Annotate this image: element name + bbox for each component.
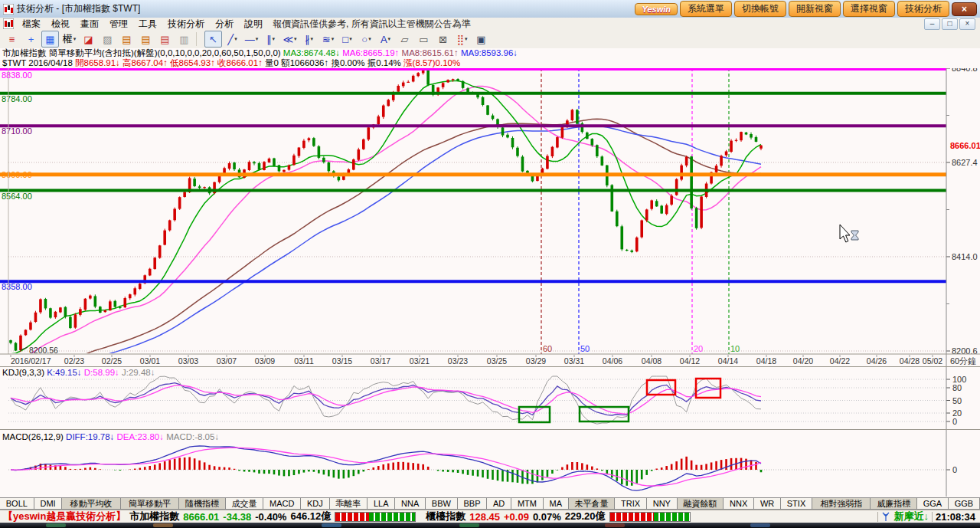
taskbar-blob	[459, 523, 479, 527]
tab-簡單移動平[interactable]: 簡單移動平	[121, 498, 179, 509]
tab-GGA[interactable]: GGA	[917, 498, 949, 509]
indicator-tab-bar: BOLLDMI移動平均收簡單移動平隨機指標成交量MACDKDJ乖離率LLANNA…	[0, 497, 980, 510]
candle	[382, 106, 385, 117]
tab-相對強弱指[interactable]: 相對強弱指	[812, 498, 871, 509]
flip-page-icon[interactable]: ▱	[396, 31, 413, 48]
tab-DMI[interactable]: DMI	[34, 498, 63, 509]
candle	[616, 212, 619, 226]
title-button-0[interactable]: 系統選單	[680, 1, 732, 17]
candle	[104, 310, 107, 312]
palette-icon[interactable]: ⣿▾	[453, 31, 471, 48]
candle	[715, 166, 718, 172]
tab-WR[interactable]: WR	[754, 498, 781, 509]
brand-label: 【yeswin越是贏技術分析】	[3, 510, 126, 523]
tab-AD[interactable]: AD	[487, 498, 511, 509]
tab-融資餘額[interactable]: 融資餘額	[678, 498, 724, 509]
tab-NNX[interactable]: NNX	[724, 498, 754, 509]
tab-NNA[interactable]: NNA	[395, 498, 426, 509]
tab-成交量[interactable]: 成交量	[226, 498, 264, 509]
tab-NNY[interactable]: NNY	[647, 498, 678, 509]
hline-price-label: 8600.00	[2, 170, 32, 179]
title-button-4[interactable]: 技術分析	[897, 1, 949, 17]
wave-tool-icon-arrow: ▾	[332, 36, 335, 42]
tab-BOLL[interactable]: BOLL	[0, 498, 34, 509]
tab-MTM[interactable]: MTM	[511, 498, 544, 509]
tab-未平倉量[interactable]: 未平倉量	[569, 498, 616, 509]
taskbar-sliver[interactable]	[0, 523, 980, 528]
red-green-chart-icon-glyph: ◪	[83, 34, 93, 45]
mini-icon-bar	[11, 20, 13, 27]
taskbar-blob	[46, 523, 66, 527]
candle	[133, 288, 136, 294]
menu-item-說明[interactable]: 說明	[239, 18, 268, 31]
hline-price-label: 8358.00	[2, 282, 32, 291]
chart-thumb-3-icon[interactable]: ▤	[156, 31, 174, 48]
ellipse-tool-icon[interactable]: ○▾	[358, 31, 375, 48]
eraser-icon[interactable]: ▭	[415, 31, 433, 48]
title-button-3[interactable]: 選擇視窗	[843, 1, 895, 17]
vline-tool-icon[interactable]: ∥▾	[262, 31, 279, 48]
hline-tool-icon[interactable]: ―▾	[243, 31, 260, 48]
tab-乖離率[interactable]: 乖離率	[330, 498, 368, 509]
tab-MACD[interactable]: MACD	[263, 498, 301, 509]
tab-移動平均收[interactable]: 移動平均收	[62, 498, 120, 509]
menu-item-檢視[interactable]: 檢視	[46, 18, 75, 31]
tab-隨機指標[interactable]: 隨機指標	[179, 498, 226, 509]
chart-thumb-2-icon[interactable]: ▤	[137, 31, 155, 48]
rights-restore-dropdown[interactable]: 權▾	[60, 31, 78, 48]
kdj-axis-label: 0	[952, 417, 957, 426]
macd-header: MACD(26,12,9) DIFF:19.78↓ DEA:23.80↓ MAC…	[0, 432, 538, 442]
main-price-chart[interactable]: 8840.88627.48414.08200.6605020108838.008…	[0, 68, 980, 367]
panel-layout-icon[interactable]: ≡	[3, 31, 21, 48]
rect-tool-icon-glyph: □	[342, 34, 348, 45]
title-button-1[interactable]: 切換帳號	[734, 1, 786, 17]
fan-tool-icon[interactable]: ≪▾	[281, 31, 299, 48]
tab-TRIX[interactable]: TRIX	[615, 498, 647, 509]
twse-price: 8666.01	[183, 511, 219, 523]
chart-thumb-1-icon[interactable]: ▤	[118, 31, 136, 48]
candle	[730, 141, 733, 152]
title-button-2[interactable]: 開新視窗	[789, 1, 841, 17]
pointer-tool-icon[interactable]: ↖	[204, 31, 222, 48]
menu-item-技術分析[interactable]: 技術分析	[162, 18, 210, 31]
candle	[640, 221, 643, 238]
text-tool-icon[interactable]: A▾	[377, 31, 394, 48]
crosshair-icon[interactable]: +	[22, 31, 40, 48]
date-label: 03/03	[178, 356, 198, 366]
tab-MA[interactable]: MA	[544, 498, 569, 509]
date-label: 04/12	[680, 356, 700, 366]
minimize-button[interactable]: –	[924, 18, 940, 30]
wave-tool-icon[interactable]: ≋▾	[319, 31, 337, 48]
gray-chart-icon[interactable]: ▨	[99, 31, 116, 48]
red-green-chart-icon[interactable]: ◪	[80, 31, 97, 48]
rect-tool-icon[interactable]: □▾	[338, 31, 356, 48]
chart-window-icon[interactable]: ▦	[41, 31, 59, 48]
tab-BBP[interactable]: BBP	[458, 498, 488, 509]
text-tool-icon-glyph: A	[381, 34, 387, 45]
close-button[interactable]: ×	[952, 2, 977, 16]
tab-KDJ[interactable]: KDJ	[301, 498, 329, 509]
channel-tool-icon[interactable]: ∦▾	[300, 31, 318, 48]
cursor-hourglass	[851, 231, 858, 240]
yeswin-logo[interactable]: Yeswin	[635, 3, 678, 15]
save-icon[interactable]: ▣	[472, 31, 490, 48]
tab-BBW[interactable]: BBW	[426, 498, 458, 509]
candle	[620, 226, 623, 249]
date-label: 03/01	[140, 356, 160, 366]
menu-item-畫面[interactable]: 畫面	[75, 18, 104, 31]
restore-button[interactable]: □	[942, 18, 958, 30]
line-tool-icon[interactable]: ╱▾	[224, 31, 241, 48]
clear-all-icon[interactable]: ⊠	[434, 31, 452, 48]
menu-item-管理[interactable]: 管理	[104, 18, 133, 31]
close-doc-button[interactable]: ×	[959, 18, 975, 30]
taskbar-blob	[750, 523, 770, 527]
tab-LLA[interactable]: LLA	[368, 498, 395, 509]
tab-GGB[interactable]: GGB	[949, 498, 980, 509]
menu-item-工具[interactable]: 工具	[133, 18, 162, 31]
tab-STIX[interactable]: STIX	[781, 498, 812, 509]
menu-item-檔案[interactable]: 檔案	[17, 18, 46, 31]
tab-威廉指標[interactable]: 威廉指標	[871, 498, 917, 509]
menu-item-分析[interactable]: 分析	[210, 18, 239, 31]
chart-thumb-4-icon[interactable]: ▥	[175, 31, 193, 48]
menu-bar: 檔案檢視畫面管理工具技術分析分析說明 報價資訊僅供參考, 所有資訊以主管機關公告…	[0, 18, 980, 31]
